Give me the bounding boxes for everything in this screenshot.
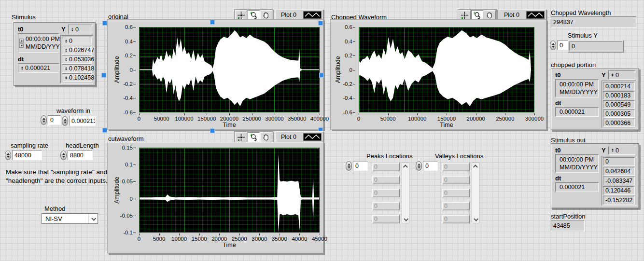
cursor-tool-button[interactable] [235,10,247,20]
stimulus-y-cell-2[interactable]: 0.053036 [62,55,92,64]
stimulus-y-cell-1[interactable]: 0.026747 [62,46,92,55]
valleys-index-value[interactable]: 0 [423,162,438,171]
chopped-portion-dt-value: 0.000021 [555,107,599,117]
stimulus-out-y-value: -0.083347 [603,177,635,185]
plot-legend-label: Plot 0 [281,12,296,18]
spinner-arrows-icon[interactable] [64,40,68,43]
chopped-portion-y-index-value: 0 [616,72,619,79]
pan-tool-button[interactable] [484,10,496,20]
selection-handle[interactable] [102,128,107,133]
waveform-in-value[interactable]: 0.000213 [69,116,96,126]
chopped-portion-y-value: 0.000183 [603,91,635,99]
dropdown-button[interactable] [88,214,98,223]
stimulus-y-index[interactable]: 0 [68,25,92,34]
spinner-arrows-icon[interactable] [70,28,74,31]
headlength-control[interactable]: 8800 [60,150,93,160]
spinner-arrows-icon[interactable] [20,67,24,70]
crosshair-icon [237,133,245,141]
plot-line-swatch-icon [303,133,322,141]
method-dropdown[interactable]: NI-SV [42,213,98,224]
chopped-wavelength-label: Chopped Wavelength [551,9,611,16]
stimulus-dt-label: dt [18,55,24,63]
cursor-tool-button[interactable] [235,132,247,142]
chopped-portion-y-value: 0.000214 [603,82,635,90]
stimulus-out-y-value: 0.042604 [603,167,635,176]
cutwaveform-graph: 0.150.10.050-0.05-0.1 Amplitude 05000100… [107,142,323,253]
scroll-down-icon[interactable] [404,217,408,221]
valleys-index-control[interactable]: 0 [416,161,438,171]
increment-decrement-icon[interactable] [550,41,556,50]
stimulus-y-value: 0 [569,41,622,51]
zoom-tool-button[interactable] [248,132,260,142]
zoom-tool-button[interactable] [248,10,260,20]
waveform-in-value-control[interactable]: 0.000213 [62,116,96,126]
selection-handle[interactable] [319,73,324,78]
spinner-arrows-icon[interactable] [64,76,68,80]
selection-handle[interactable] [210,20,215,25]
chopped-portion-label: chopped portion [551,61,596,69]
peaks-scrollbar[interactable] [402,163,409,223]
spinner-arrows-icon[interactable] [610,149,615,152]
spinner-arrows-icon[interactable] [610,73,615,77]
spinner-arrows-icon[interactable] [64,67,68,70]
selection-handle[interactable] [210,128,215,133]
stimulus-dt-field[interactable]: 0.000021 [18,63,59,73]
original-x-axis-label: Time [139,122,320,128]
cursor-tool-button[interactable] [459,10,471,20]
increment-decrement-icon[interactable] [5,151,11,160]
chopped-y-axis-label: Amplitude [335,27,341,112]
selection-handle[interactable] [101,73,106,78]
pan-tool-button[interactable] [260,132,272,142]
sampling-rate-control[interactable]: 48000 [5,150,42,160]
chopped-plot-legend[interactable]: Plot 0 [499,9,546,20]
waveform-in-index[interactable]: 0 [41,115,61,125]
peaks-array: 0 0 0 0 0 [372,163,400,223]
pan-tool-button[interactable] [260,10,272,20]
spinner-arrows-icon[interactable] [64,58,68,61]
stimulus-y-index-value: 0 [75,26,79,33]
plot-legend-label: Plot 0 [504,12,519,18]
scroll-up-icon[interactable] [473,165,477,169]
cutwaveform-plot-legend[interactable]: Plot 0 [276,131,323,142]
spinner-arrows-icon[interactable] [64,49,68,52]
cutwaveform-plot-area[interactable] [139,148,320,233]
increment-decrement-icon[interactable] [62,116,68,126]
headlength-value[interactable]: 8800 [68,150,93,160]
peaks-cell: 0 [372,176,400,184]
zoom-tool-button[interactable] [471,10,483,20]
chopped-portion-dt-label: dt [555,99,561,107]
method-label: Method [44,205,65,212]
chopped-portion-y-index[interactable]: 0 [608,70,635,80]
stimulus-out-t0-field: 00:00:00 PM MM/DD/YYYY [555,154,599,173]
stimulus-y-cell-0[interactable]: 0 [62,37,92,45]
startposition-label: startPosition [551,213,586,220]
stimulus-y-cell-4[interactable]: 0.102458 [62,73,92,82]
stimulus-out-y-index[interactable]: 0 [608,146,635,155]
scroll-down-icon[interactable] [474,217,478,221]
selection-handle[interactable] [102,21,107,26]
timestamp-spinner-icon[interactable] [19,39,24,48]
peaks-index-control[interactable]: 0 [346,161,368,171]
crosshair-icon [461,11,469,19]
stimulus-t0-field[interactable]: 00:00:00 PM MM/DD/YYYY [18,33,59,53]
stimulus-y-indicator: 0 [568,40,624,53]
selection-handle[interactable] [318,21,323,26]
original-plot-area[interactable] [139,27,320,112]
chopped-portion-t0-label: t0 [555,71,561,79]
waveform-in-index-value[interactable]: 0 [48,115,61,125]
increment-decrement-icon[interactable] [60,151,67,160]
scroll-up-icon[interactable] [403,165,407,169]
increment-decrement-icon[interactable] [41,115,47,125]
valleys-cell: 0 [442,215,470,223]
increment-decrement-icon[interactable] [346,161,352,171]
stimulus-out-t0-time: 00:00:00 PM [560,156,598,164]
stimulus-out-t0-label: t0 [555,147,561,154]
original-plot-legend[interactable]: Plot 0 [276,9,323,20]
chopped-plot-area[interactable] [359,27,534,112]
chopped-portion-y-value: 0.000305 [603,110,635,118]
peaks-index-value[interactable]: 0 [353,162,368,171]
valleys-scrollbar[interactable] [472,163,479,223]
sampling-rate-value[interactable]: 48000 [12,150,42,160]
stimulus-y-cell-3[interactable]: 0.078418 [62,64,92,73]
increment-decrement-icon[interactable] [416,161,422,171]
